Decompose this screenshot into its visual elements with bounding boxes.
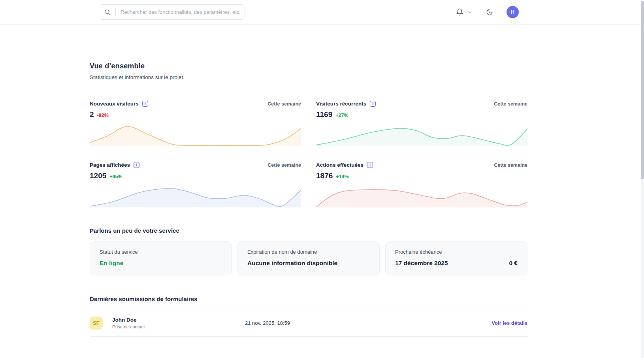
info-icon[interactable]: i <box>367 162 373 168</box>
stat-period: Cette semaine <box>494 162 527 168</box>
view-details-link[interactable]: Voir les détails <box>491 320 527 326</box>
page-subtitle: Statistiques et informations sur le proj… <box>90 74 527 80</box>
info-icon[interactable]: i <box>134 162 139 168</box>
next-due-amount: 0 € <box>509 260 518 267</box>
service-status-card: Statut du service En ligne <box>90 241 232 275</box>
stat-label: Pages affichées <box>90 162 130 168</box>
stat-label: Actions effectuées <box>316 162 363 168</box>
stat-delta: +27% <box>335 113 348 118</box>
sparkline-chart-new-visitors <box>90 124 301 146</box>
card-label: Expiration de nom de domaine <box>247 249 370 255</box>
stat-value: 1205 <box>90 171 106 180</box>
moon-icon <box>486 9 493 16</box>
next-due-date-card: Prochaine échéance 17 décembre 2025 0 € <box>385 241 527 275</box>
submission-name: John Doe <box>112 317 245 323</box>
stat-period: Cette semaine <box>267 162 301 168</box>
card-label: Prochaine échéance <box>395 249 518 255</box>
search-icon <box>104 9 111 15</box>
next-due-date-value: 17 décembre 2025 <box>395 260 448 267</box>
dark-mode-toggle[interactable] <box>486 9 493 16</box>
stat-label: Nouveaux visiteurs <box>90 101 139 107</box>
scrollbar-track[interactable] <box>641 0 644 358</box>
stat-label: Visiteurs récurrents <box>316 101 366 107</box>
stat-value: 1169 <box>316 110 332 119</box>
stat-new-visitors: Nouveaux visiteurs i Cette semaine 2 -82… <box>90 101 301 146</box>
sparkline-chart-actions <box>316 185 527 207</box>
user-avatar[interactable]: H <box>507 6 519 18</box>
submission-type: Prise de contact <box>112 324 245 329</box>
submission-avatar: SF <box>90 317 103 330</box>
search-box[interactable] <box>99 4 245 20</box>
submission-row: SF John Doe Prise de contact 21 nov. 202… <box>90 309 527 336</box>
stats-grid: Nouveaux visiteurs i Cette semaine 2 -82… <box>90 101 527 207</box>
info-icon[interactable]: i <box>370 101 376 107</box>
submissions-section-title: Dernières soumissions de formulaires <box>90 296 527 302</box>
stat-actions: Actions effectuées i Cette semaine 1876 … <box>316 162 527 207</box>
stat-delta: -82% <box>97 113 109 118</box>
service-status-value: En ligne <box>100 260 123 267</box>
stat-delta: +95% <box>109 174 122 179</box>
stat-returning-visitors: Visiteurs récurrents i Cette semaine 116… <box>316 101 527 146</box>
card-label: Statut du service <box>100 249 222 255</box>
service-section-title: Parlons un peu de votre service <box>90 227 527 234</box>
stat-value: 1876 <box>316 171 333 180</box>
divider <box>90 336 527 337</box>
top-right-controls: H <box>456 6 519 18</box>
submission-date: 21 nov. 2025, 18:59 <box>245 320 491 326</box>
stat-page-views: Pages affichées i Cette semaine 1205 +95… <box>90 162 301 207</box>
sparkline-chart-returning-visitors <box>316 124 527 146</box>
page-title: Vue d’ensemble <box>90 62 527 70</box>
top-bar: H <box>0 0 644 24</box>
scrollbar-thumb[interactable] <box>641 1 644 179</box>
sparkline-chart-page-views <box>90 185 301 207</box>
chevron-down-icon[interactable] <box>467 9 473 15</box>
info-icon[interactable]: i <box>142 101 148 107</box>
domain-expiration-card: Expiration de nom de domaine Aucune info… <box>237 241 380 275</box>
stat-delta: +14% <box>336 174 348 179</box>
domain-expiration-value: Aucune information disponible <box>247 260 337 267</box>
service-cards: Statut du service En ligne Expiration de… <box>90 241 527 275</box>
main-content: Vue d’ensemble Statistiques et informati… <box>90 62 527 337</box>
bell-icon[interactable] <box>456 8 463 16</box>
stat-value: 2 <box>90 110 94 119</box>
notifications-menu[interactable] <box>456 8 473 16</box>
stat-period: Cette semaine <box>494 101 527 107</box>
search-input[interactable] <box>121 9 240 15</box>
search-divider <box>115 8 116 16</box>
stat-period: Cette semaine <box>267 101 301 107</box>
